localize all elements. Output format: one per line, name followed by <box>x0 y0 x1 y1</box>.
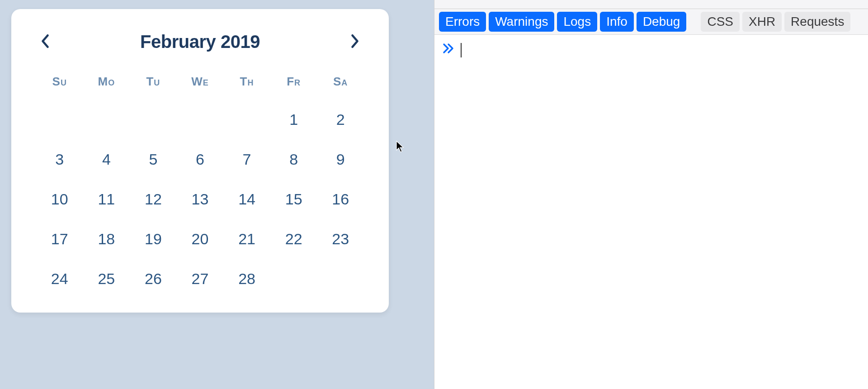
day-header-mo: Mo <box>83 75 130 89</box>
filter-css-button[interactable]: CSS <box>701 12 740 32</box>
calendar-widget: February 2019 Su Mo Tu We Th Fr Sa <box>11 9 389 313</box>
day-header-su: Su <box>36 75 83 89</box>
filter-warnings-button[interactable]: Warnings <box>489 12 554 32</box>
day-cell[interactable]: 28 <box>223 270 270 288</box>
day-cell-empty <box>130 110 177 128</box>
next-month-button[interactable] <box>346 33 364 51</box>
day-cell[interactable]: 15 <box>270 190 317 208</box>
chevron-left-icon <box>40 33 50 51</box>
calendar-grid: Su Mo Tu We Th Fr Sa 1 2 3 4 5 6 7 8 9 1… <box>36 75 364 288</box>
day-header-sa: Sa <box>317 75 364 89</box>
day-header-fr: Fr <box>270 75 317 89</box>
day-cell[interactable]: 6 <box>177 150 224 168</box>
mouse-cursor-icon <box>396 140 405 155</box>
day-cell[interactable]: 24 <box>36 270 83 288</box>
day-header-th: Th <box>223 75 270 89</box>
day-cell[interactable]: 10 <box>36 190 83 208</box>
filter-errors-button[interactable]: Errors <box>439 12 486 32</box>
console-prompt-icon <box>443 43 454 54</box>
day-cell[interactable]: 16 <box>317 190 364 208</box>
filter-debug-button[interactable]: Debug <box>637 12 687 32</box>
day-cell[interactable]: 18 <box>83 230 130 248</box>
app-preview-pane: February 2019 Su Mo Tu We Th Fr Sa <box>0 0 434 389</box>
day-cell[interactable]: 26 <box>130 270 177 288</box>
month-year-label: February 2019 <box>140 32 260 52</box>
prev-month-button[interactable] <box>36 33 54 51</box>
day-cell-empty <box>223 110 270 128</box>
calendar-header: February 2019 <box>36 32 364 52</box>
filter-info-button[interactable]: Info <box>600 12 634 32</box>
day-cell[interactable]: 14 <box>223 190 270 208</box>
text-cursor <box>461 43 462 57</box>
day-cell[interactable]: 23 <box>317 230 364 248</box>
day-cell[interactable]: 2 <box>317 110 364 128</box>
filter-logs-button[interactable]: Logs <box>557 12 597 32</box>
day-cell[interactable]: 21 <box>223 230 270 248</box>
console-filter-bar: Errors Warnings Logs Info Debug CSS XHR … <box>434 9 868 35</box>
day-cell[interactable]: 20 <box>177 230 224 248</box>
day-cell[interactable]: 22 <box>270 230 317 248</box>
day-cell[interactable]: 7 <box>223 150 270 168</box>
day-cell[interactable]: 17 <box>36 230 83 248</box>
day-cell-empty <box>83 110 130 128</box>
day-cell[interactable]: 4 <box>83 150 130 168</box>
day-cell[interactable]: 12 <box>130 190 177 208</box>
day-cell[interactable]: 8 <box>270 150 317 168</box>
devtools-pane: Errors Warnings Logs Info Debug CSS XHR … <box>434 0 868 389</box>
day-cell[interactable]: 27 <box>177 270 224 288</box>
day-cell-empty <box>36 110 83 128</box>
day-cell[interactable]: 11 <box>83 190 130 208</box>
day-header-tu: Tu <box>130 75 177 89</box>
day-cell[interactable]: 13 <box>177 190 224 208</box>
day-cell-empty <box>317 270 364 288</box>
day-cell[interactable]: 1 <box>270 110 317 128</box>
filter-requests-button[interactable]: Requests <box>784 12 850 32</box>
filter-xhr-button[interactable]: XHR <box>742 12 782 32</box>
devtools-toolbar-strip <box>434 0 868 9</box>
day-cell[interactable]: 19 <box>130 230 177 248</box>
day-cell[interactable]: 9 <box>317 150 364 168</box>
console-input-area[interactable] <box>434 35 868 389</box>
day-header-we: We <box>177 75 224 89</box>
chevron-right-icon <box>350 33 360 51</box>
day-cell[interactable]: 5 <box>130 150 177 168</box>
day-cell[interactable]: 3 <box>36 150 83 168</box>
day-cell[interactable]: 25 <box>83 270 130 288</box>
day-cell-empty <box>270 270 317 288</box>
day-cell-empty <box>177 110 224 128</box>
